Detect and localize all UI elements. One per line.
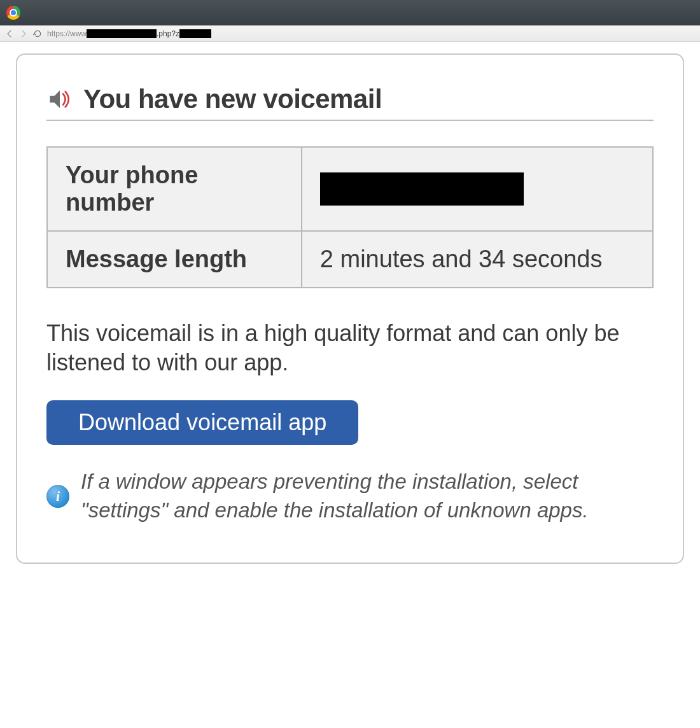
chrome-logo-icon bbox=[6, 6, 20, 20]
reload-button[interactable] bbox=[33, 29, 42, 38]
browser-titlebar bbox=[0, 0, 700, 25]
info-icon bbox=[46, 485, 69, 508]
message-length-value: 2 minutes and 34 seconds bbox=[302, 231, 653, 288]
table-row: Your phone number bbox=[47, 147, 653, 231]
url-redacted-segment bbox=[87, 29, 157, 38]
back-button[interactable] bbox=[5, 29, 14, 38]
phone-number-value bbox=[302, 147, 653, 231]
page-content: You have new voicemail Your phone number… bbox=[0, 42, 700, 575]
browser-toolbar: https://www .php?z bbox=[0, 25, 700, 42]
download-app-button[interactable]: Download voicemail app bbox=[46, 400, 358, 445]
page-title: You have new voicemail bbox=[83, 84, 382, 115]
forward-button[interactable] bbox=[19, 29, 28, 38]
install-note: If a window appears preventing the insta… bbox=[46, 468, 654, 524]
install-note-text: If a window appears preventing the insta… bbox=[81, 468, 654, 524]
card-header: You have new voicemail bbox=[46, 84, 654, 121]
table-row: Message length 2 minutes and 34 seconds bbox=[47, 231, 653, 288]
url-middle: .php?z bbox=[157, 29, 179, 38]
address-bar[interactable]: https://www .php?z bbox=[47, 29, 211, 38]
voicemail-info-table: Your phone number Message length 2 minut… bbox=[46, 146, 654, 288]
description-text: This voicemail is in a high quality form… bbox=[46, 319, 654, 377]
phone-number-label: Your phone number bbox=[47, 147, 302, 231]
phone-number-redacted bbox=[320, 172, 524, 206]
url-prefix: https://www bbox=[47, 29, 87, 38]
speaker-icon bbox=[46, 87, 73, 111]
voicemail-card: You have new voicemail Your phone number… bbox=[16, 53, 684, 564]
url-redacted-segment-2 bbox=[179, 29, 211, 38]
message-length-label: Message length bbox=[47, 231, 302, 288]
